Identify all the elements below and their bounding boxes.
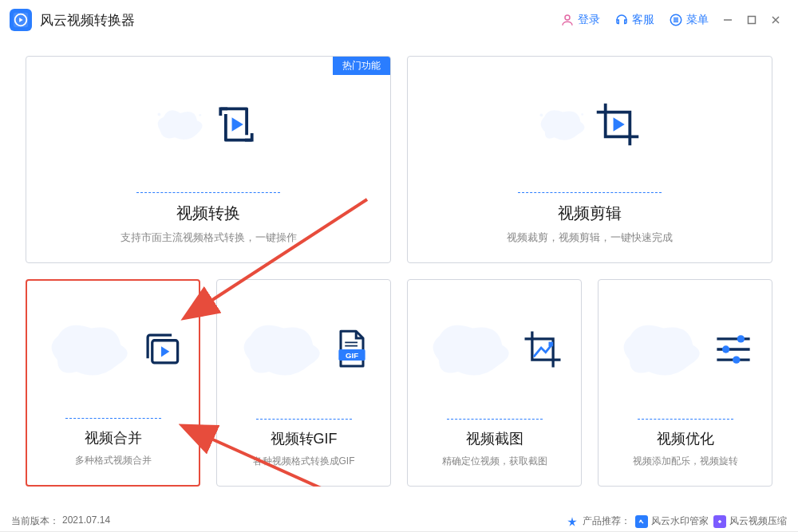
app-icon — [638, 518, 646, 526]
divider — [256, 419, 352, 420]
support-button[interactable]: 客服 — [608, 13, 661, 27]
card-title: 视频优化 — [657, 429, 714, 448]
divider — [518, 192, 662, 193]
card-subtitle: 支持市面主流视频格式转换，一键操作 — [116, 231, 302, 245]
minimize-button[interactable] — [717, 9, 739, 31]
splash-decorative-icon — [423, 313, 519, 385]
card-title: 视频合并 — [85, 428, 142, 447]
card-video-merge[interactable]: 视频合并 多种格式视频合并 — [26, 279, 200, 487]
user-icon — [560, 13, 575, 27]
svg-point-2 — [565, 15, 570, 20]
card-video-screenshot[interactable]: 视频截图 精确定位视频，获取截图 — [407, 279, 582, 487]
recommend-text: 风云视频压缩 — [729, 514, 787, 528]
app-logo-icon — [10, 9, 32, 31]
svg-point-5 — [158, 113, 161, 116]
recommend-link-watermark[interactable]: 风云水印管家 — [635, 514, 709, 528]
svg-text:GIF: GIF — [345, 351, 358, 360]
splash-decorative-icon — [152, 97, 208, 152]
screenshot-icon — [519, 325, 567, 373]
splash-decorative-icon — [614, 313, 709, 385]
svg-point-7 — [539, 113, 543, 116]
version-label: 当前版本： — [11, 514, 59, 528]
splash-decorative-icon — [534, 97, 590, 152]
card-title: 视频剪辑 — [558, 203, 622, 224]
card-video-convert[interactable]: 热门功能 视频转换 支持市面主流视频格式转换，一键操作 — [26, 56, 391, 263]
recommend-label: 产品推荐： — [583, 514, 630, 528]
menu-icon — [669, 13, 683, 27]
login-button[interactable]: 登录 — [554, 13, 606, 27]
card-title: 视频转GIF — [271, 429, 338, 448]
svg-point-15 — [733, 356, 740, 363]
support-label: 客服 — [632, 13, 654, 27]
card-video-edit[interactable]: 视频剪辑 视频裁剪，视频剪辑，一键快速完成 — [407, 56, 772, 263]
card-video-to-gif[interactable]: GIF 视频转GIF 各种视频格式转换成GIF — [216, 279, 391, 487]
card-subtitle: 视频裁剪，视频剪辑，一键快速完成 — [502, 231, 678, 245]
svg-point-8 — [581, 113, 583, 116]
svg-rect-4 — [749, 17, 756, 24]
splash-decorative-icon — [234, 313, 330, 385]
merge-icon — [137, 325, 185, 373]
crop-icon — [590, 97, 646, 152]
titlebar: 风云视频转换器 登录 客服 菜单 — [0, 0, 798, 40]
svg-rect-12 — [548, 342, 553, 347]
svg-point-14 — [721, 345, 729, 353]
maximize-button[interactable] — [741, 9, 763, 31]
version-value: 2021.07.14 — [62, 514, 110, 528]
card-video-optimize[interactable]: 视频优化 视频添加配乐，视频旋转 — [598, 279, 772, 487]
splash-decorative-icon — [41, 313, 137, 385]
headset-icon — [614, 13, 629, 27]
login-label: 登录 — [578, 13, 600, 27]
svg-point-6 — [199, 114, 201, 116]
card-title: 视频截图 — [466, 429, 523, 448]
main-content: 热门功能 视频转换 支持市面主流视频格式转换，一键操作 — [0, 40, 798, 510]
gif-file-icon: GIF — [330, 327, 374, 372]
menu-label: 菜单 — [686, 13, 709, 27]
card-subtitle: 多种格式视频合并 — [70, 454, 156, 467]
card-subtitle: 视频添加配乐，视频旋转 — [628, 455, 743, 468]
menu-button[interactable]: 菜单 — [662, 13, 715, 27]
close-button[interactable] — [764, 9, 787, 31]
recommend-icon — [567, 516, 578, 527]
card-subtitle: 精确定位视频，获取截图 — [437, 455, 552, 468]
status-bar: 当前版本： 2021.07.14 产品推荐： 风云水印管家 风云视频压缩 — [0, 510, 798, 532]
divider — [447, 419, 543, 420]
app-title: 风云视频转换器 — [40, 11, 135, 30]
sliders-icon — [709, 325, 757, 373]
divider — [638, 419, 733, 420]
divider — [136, 192, 280, 193]
recommend-link-compress[interactable]: 风云视频压缩 — [713, 514, 787, 528]
app-icon — [716, 518, 724, 526]
card-subtitle: 各种视频格式转换成GIF — [248, 455, 360, 468]
card-title: 视频转换 — [176, 203, 240, 224]
convert-icon — [208, 97, 264, 152]
divider — [65, 418, 161, 419]
recommend-text: 风云水印管家 — [651, 514, 709, 528]
svg-point-13 — [737, 335, 744, 342]
